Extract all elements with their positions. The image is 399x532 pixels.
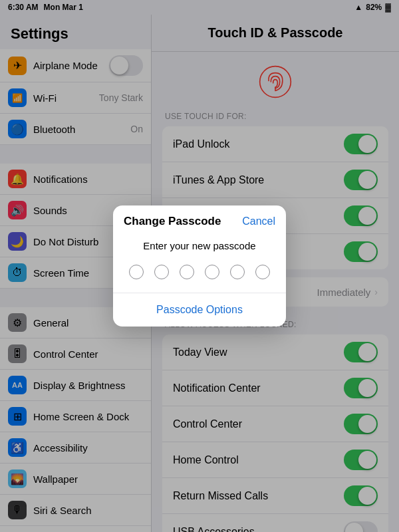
modal-divider: [113, 293, 286, 293]
change-passcode-modal: Change Passcode Cancel Enter your new pa…: [113, 205, 286, 327]
modal-cancel-button[interactable]: Cancel: [242, 215, 275, 227]
passcode-dot-6: [255, 265, 270, 279]
modal-overlay[interactable]: Change Passcode Cancel Enter your new pa…: [0, 0, 399, 532]
passcode-dot-3: [180, 265, 194, 279]
passcode-dot-5: [230, 265, 245, 279]
modal-title: Change Passcode: [124, 215, 221, 228]
modal-prompt: Enter your new passcode: [113, 228, 286, 259]
passcode-dot-4: [205, 265, 219, 279]
passcode-dots-container: [113, 259, 286, 290]
passcode-dot-2: [154, 265, 169, 279]
passcode-dot-1: [129, 265, 144, 279]
modal-title-row: Change Passcode Cancel: [113, 205, 286, 228]
passcode-options-button[interactable]: Passcode Options: [113, 296, 286, 327]
